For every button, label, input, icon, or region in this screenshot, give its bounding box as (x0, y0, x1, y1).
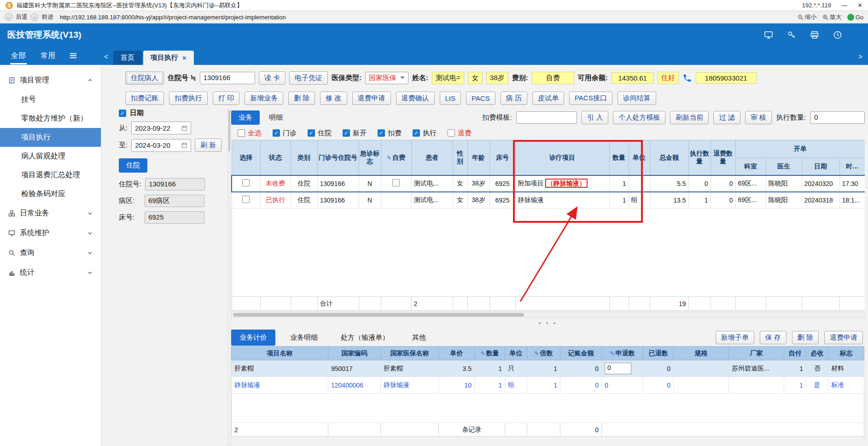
exec-count-input[interactable]: 0 (810, 111, 865, 124)
read-card-button[interactable]: 读 卡 (259, 71, 285, 85)
column-header-status[interactable]: 状态 (260, 140, 291, 175)
filter-button[interactable]: 过 滤 (713, 111, 740, 124)
sidebar-group-system-maintenance[interactable]: 系统维护 (0, 223, 101, 243)
filter-execute-checkbox[interactable] (413, 129, 420, 137)
inpatient-tab-button[interactable]: 住院 (119, 158, 147, 173)
column-header-multiple[interactable]: ✎倍数 (527, 347, 560, 360)
column-header-time[interactable]: 时… (839, 158, 865, 175)
sidebar-item-barcode-mapping[interactable]: 检验条码对应 (0, 185, 101, 203)
filter-refund-checkbox[interactable] (448, 129, 455, 137)
price-row[interactable]: 静脉输液120400006静脉输液101组10001是标准 (232, 377, 864, 394)
zoom-out-control[interactable]: 缩小 (798, 13, 817, 21)
skin-test-button[interactable]: 皮试单 (532, 92, 564, 105)
row-select-checkbox[interactable] (242, 196, 250, 203)
column-header-category[interactable]: 类别 (291, 140, 317, 175)
cell-select[interactable] (232, 192, 260, 209)
bottom-delete-button[interactable]: 删 除 (792, 331, 819, 344)
deduct-bookkeeping-button[interactable]: 扣费记账 (125, 92, 164, 105)
close-tab-icon[interactable]: × (182, 54, 186, 62)
filter-new-open-checkbox[interactable] (343, 129, 350, 137)
filter-deduct[interactable]: 扣费 (378, 129, 402, 138)
sidebar-item-refund-summary[interactable]: 项目退费汇总处理 (0, 166, 101, 185)
filter-execute[interactable]: 执行 (413, 129, 437, 138)
filter-outpatient-checkbox[interactable] (273, 129, 280, 137)
column-header-flag[interactable]: 标志 (828, 347, 864, 360)
bottom-tab-pricing[interactable]: 业务计价 (231, 330, 275, 346)
column-header-unit[interactable]: 单位 (629, 140, 650, 175)
column-header-emergency[interactable]: 急诊标志 (359, 140, 381, 175)
column-header-age[interactable]: 年龄 (467, 140, 489, 175)
tab-scroll-left-icon[interactable]: < (104, 52, 108, 60)
clock-icon[interactable] (833, 30, 842, 40)
cell-self_pay[interactable] (381, 175, 411, 192)
column-header-patient[interactable]: 患者 (411, 140, 453, 175)
sidebar-group-statistics[interactable]: 统计 (0, 263, 101, 283)
back-icon[interactable]: ← (5, 13, 13, 21)
key-icon[interactable] (787, 30, 796, 40)
table-row[interactable]: 已执行住院1309166N测试电...女38岁6925静脉输液1组13.5106… (232, 192, 865, 209)
monitor-icon[interactable] (764, 30, 773, 40)
menu-hamburger-icon[interactable] (69, 52, 77, 59)
bottom-tab-other[interactable]: 其他 (404, 330, 434, 346)
refund-apply-button[interactable]: 退费申请 (352, 92, 391, 105)
tab-scroll-right-icon[interactable]: > (858, 52, 862, 60)
filter-outpatient[interactable]: 门诊 (273, 129, 297, 138)
inter-clinic-settlement-button[interactable]: 诊间结算 (618, 92, 656, 105)
self-pay-checkbox[interactable] (392, 179, 400, 186)
business-tab[interactable]: 业务 (231, 110, 260, 125)
cell-refund_apply[interactable]: 0 (602, 360, 643, 377)
tab-project-implementation[interactable]: 项目执行× (143, 51, 194, 65)
table-row[interactable]: 未收费住院1309166N测试电...女38岁6925附加项目（静脉输液）15.… (232, 175, 865, 192)
column-header-visit_no[interactable]: 门诊号住院号 (317, 140, 359, 175)
column-header-item[interactable]: 诊疗项目 (515, 140, 609, 175)
column-header-exec_qty[interactable]: 执行数量 (688, 140, 711, 175)
audit-button[interactable]: 审 核 (745, 111, 772, 124)
nav-filter-common[interactable]: 常用 (40, 49, 56, 63)
column-header-refund_apply[interactable]: ✎申退数 (602, 347, 643, 360)
medical-record-button[interactable]: 病 历 (501, 92, 527, 105)
column-header-select[interactable]: 选择 (232, 140, 260, 175)
price-row[interactable]: 肝素帽950017肝素帽3.51只1000苏州碧迪医...1否材料 (232, 360, 864, 377)
column-header-national_code[interactable]: 国家编码 (328, 347, 381, 360)
deduct-template-input[interactable] (516, 111, 577, 124)
from-date-input[interactable]: 2023-09-22 (131, 122, 191, 134)
bottom-save-button[interactable]: 保 存 (760, 331, 786, 344)
filter-refund[interactable]: 退费 (448, 129, 472, 138)
panel-splitter[interactable]: ● ● ● (231, 318, 865, 329)
nav-filter-all[interactable]: 全部 (10, 49, 27, 63)
add-business-button[interactable]: 新增业务 (245, 92, 283, 105)
delete-button[interactable]: 删 除 (288, 92, 315, 105)
detail-tab[interactable]: 明细 (264, 113, 287, 122)
insurance-type-select[interactable]: 国家医保 (365, 72, 408, 84)
filter-new-open[interactable]: 新开 (343, 129, 367, 138)
filter-inpatient[interactable]: 住院 (308, 129, 332, 138)
column-header-refunded[interactable]: 已退数 (643, 347, 674, 360)
column-header-date[interactable]: 日期 (802, 158, 839, 175)
column-header-dept[interactable]: 科室 (735, 158, 766, 175)
filter-select-all-checkbox[interactable] (238, 129, 245, 137)
forward-icon[interactable]: → (30, 13, 39, 21)
scrollbar-thumb[interactable] (228, 110, 230, 151)
column-header-qty[interactable]: ✎数量 (475, 347, 505, 360)
tab-home[interactable]: 首页 (113, 51, 142, 65)
bottom-tab-business-detail[interactable]: 业务明细 (282, 330, 326, 346)
sidebar-group-query[interactable]: 查询 (0, 243, 101, 263)
printer-icon[interactable] (810, 30, 819, 40)
column-header-national_name[interactable]: 国家医保名称 (381, 347, 439, 360)
column-header-item_name[interactable]: 项目名称 (232, 347, 328, 360)
row-select-checkbox[interactable] (242, 179, 250, 186)
vertical-scrollbar[interactable] (227, 109, 231, 446)
bottom-add-sub-order-button[interactable]: 新增子单 (716, 331, 754, 344)
filter-deduct-checkbox[interactable] (378, 129, 385, 137)
refresh-current-button[interactable]: 刷新当前 (670, 111, 709, 124)
sidebar-group-daily-business[interactable]: 日常业务 (0, 203, 101, 223)
column-header-spec[interactable]: 规格 (674, 347, 729, 360)
import-button[interactable]: 引 入 (582, 111, 608, 124)
column-header-gender[interactable]: 性别 (453, 140, 467, 175)
url-text[interactable]: http://192.168.189.187:8000/his-yj/app/#… (60, 14, 286, 21)
inpatient-patient-button[interactable]: 住院病人 (125, 71, 164, 85)
bottom-refund-apply-button[interactable]: 退费申请 (824, 331, 863, 344)
minimize-button[interactable]: — (841, 2, 847, 9)
column-header-unit[interactable]: 单位 (505, 347, 527, 360)
column-header-doctor[interactable]: 医生 (766, 158, 802, 175)
